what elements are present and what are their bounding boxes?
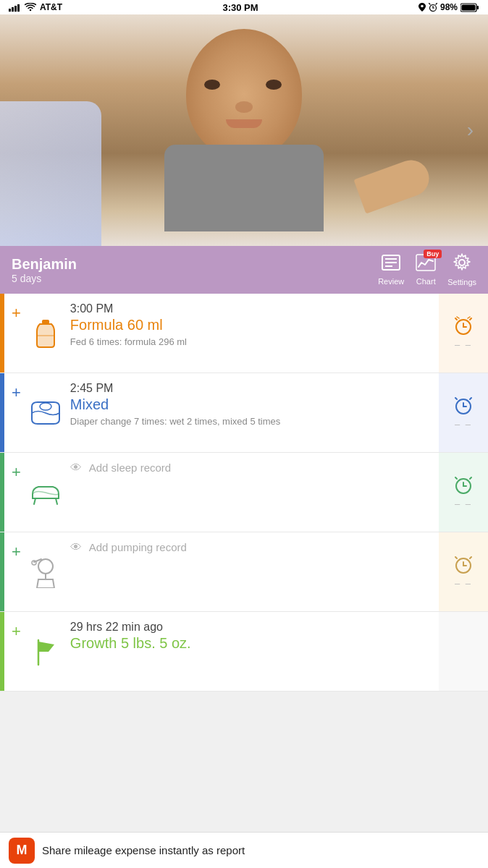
chart-label: Chart xyxy=(416,277,436,286)
ad-icon: M xyxy=(9,838,35,864)
flag-icon xyxy=(33,637,59,666)
record-row-pump: + 👁 Add pumping record xyxy=(0,532,488,612)
pump-details: 👁 Add pumping record xyxy=(70,541,432,603)
growth-title: Growth 5 lbs. 5 oz. xyxy=(70,635,432,652)
sleep-details: 👁 Add sleep record xyxy=(70,461,432,523)
settings-icon-area xyxy=(453,253,471,276)
svg-line-50 xyxy=(470,557,471,558)
diaper-title: Mixed xyxy=(70,396,432,413)
alarm-status-icon xyxy=(429,3,437,12)
sleep-add-button[interactable]: + xyxy=(12,463,21,523)
feed-alarm-dashes: – – xyxy=(455,339,472,350)
pump-alarm-dashes: – – xyxy=(455,578,472,589)
feed-alarm[interactable]: – – xyxy=(439,294,488,373)
svg-point-4 xyxy=(421,5,424,8)
sleep-alarm-dashes: – – xyxy=(455,498,472,509)
status-carrier: AT&T xyxy=(9,2,62,12)
record-row-feed: + 3:00 PM Formula 60 ml Fed 6 times: for… xyxy=(0,294,488,373)
diaper-alarm-icon xyxy=(453,396,474,416)
profile-name: Benjamin xyxy=(12,256,77,273)
svg-line-33 xyxy=(470,398,471,399)
pump-icon-col xyxy=(28,541,63,603)
feed-details: 3:00 PM Formula 60 ml Fed 6 times: formu… xyxy=(70,302,432,364)
svg-line-27 xyxy=(468,317,470,318)
review-icon xyxy=(381,254,401,276)
record-row-growth: + 29 hrs 22 min ago Growth 5 lbs. 5 oz. xyxy=(0,612,488,692)
profile-header: Benjamin 5 days Review Buy xyxy=(0,246,488,294)
svg-point-28 xyxy=(40,403,51,410)
review-button[interactable]: Review xyxy=(378,254,404,286)
settings-label: Settings xyxy=(447,278,476,286)
svg-point-42 xyxy=(38,559,53,574)
settings-button[interactable]: Settings xyxy=(447,253,476,286)
records-list: + 3:00 PM Formula 60 ml Fed 6 times: for… xyxy=(0,294,488,692)
feed-add-button[interactable]: + xyxy=(12,304,21,364)
svg-point-45 xyxy=(32,561,36,565)
review-label: Review xyxy=(378,277,404,286)
svg-rect-1 xyxy=(12,7,14,12)
baby-photo-area: › xyxy=(0,14,488,246)
review-svg-icon xyxy=(381,254,401,271)
sleep-add-text: Add sleep record xyxy=(89,461,171,474)
chevron-right-icon[interactable]: › xyxy=(467,119,474,142)
svg-line-41 xyxy=(470,477,471,479)
pump-add-text: Add pumping record xyxy=(89,541,187,553)
svg-rect-0 xyxy=(9,9,11,12)
sleep-icon-col xyxy=(28,461,63,523)
growth-icon-col xyxy=(28,621,63,682)
growth-main: + 29 hrs 22 min ago Growth 5 lbs. 5 oz. xyxy=(4,612,439,691)
growth-add-button[interactable]: + xyxy=(12,622,21,682)
feed-icon-col xyxy=(28,302,63,364)
sleep-icon xyxy=(30,480,62,506)
feed-time: 3:00 PM xyxy=(70,302,432,315)
growth-time: 29 hrs 22 min ago xyxy=(70,621,432,634)
diaper-details: 2:45 PM Mixed Diaper change 7 times: wet… xyxy=(70,382,432,443)
feed-subtitle: Fed 6 times: formula 296 ml xyxy=(70,336,432,347)
record-row-sleep: + 👁 Add sleep record xyxy=(0,453,488,532)
diaper-icon-col xyxy=(28,382,63,443)
svg-rect-12 xyxy=(462,4,476,10)
signal-icon xyxy=(9,3,21,12)
diaper-time: 2:45 PM xyxy=(70,382,432,395)
profile-age: 5 days xyxy=(12,273,77,284)
svg-line-35 xyxy=(34,498,35,504)
diaper-icon xyxy=(30,401,61,425)
ad-banner[interactable]: M Share mileage expense instantly as rep… xyxy=(0,832,488,868)
status-right: 98% xyxy=(418,2,479,12)
diaper-main: + 2:45 PM Mixed Diaper change 7 times: w… xyxy=(4,373,439,452)
battery-label: 98% xyxy=(440,2,458,12)
chart-button[interactable]: Buy Chart xyxy=(416,254,436,286)
location-icon xyxy=(418,3,426,12)
diaper-alarm[interactable]: – – xyxy=(439,373,488,452)
svg-rect-2 xyxy=(14,6,17,12)
svg-line-49 xyxy=(455,557,457,558)
diaper-alarm-dashes: – – xyxy=(455,419,472,430)
growth-details: 29 hrs 22 min ago Growth 5 lbs. 5 oz. xyxy=(70,621,432,682)
diaper-add-button[interactable]: + xyxy=(12,383,21,443)
growth-alarm xyxy=(439,612,488,691)
svg-rect-3 xyxy=(17,4,20,12)
chart-icon-area: Buy xyxy=(416,254,436,276)
svg-line-25 xyxy=(470,318,471,320)
svg-line-26 xyxy=(457,317,459,318)
bottle-icon xyxy=(34,318,57,349)
wifi-icon xyxy=(25,3,36,12)
svg-point-18 xyxy=(459,260,465,265)
pump-main: + 👁 Add pumping record xyxy=(4,532,439,611)
svg-line-40 xyxy=(455,477,457,479)
svg-rect-11 xyxy=(477,6,479,9)
settings-svg-icon xyxy=(453,253,471,272)
profile-actions: Review Buy Chart xyxy=(378,253,476,286)
pump-alarm[interactable]: – – xyxy=(439,532,488,611)
profile-info: Benjamin 5 days xyxy=(12,256,77,284)
sleep-alarm[interactable]: – – xyxy=(439,453,488,532)
feed-title: Formula 60 ml xyxy=(70,317,432,333)
svg-line-36 xyxy=(56,498,57,504)
carrier-label: AT&T xyxy=(40,2,62,12)
pump-add-button[interactable]: + xyxy=(12,542,21,603)
svg-line-8 xyxy=(429,4,430,5)
status-time: 3:30 PM xyxy=(222,2,258,13)
buy-badge: Buy xyxy=(424,250,442,258)
ad-text: Share mileage expense instantly as repor… xyxy=(42,844,245,856)
battery-icon xyxy=(460,3,479,12)
